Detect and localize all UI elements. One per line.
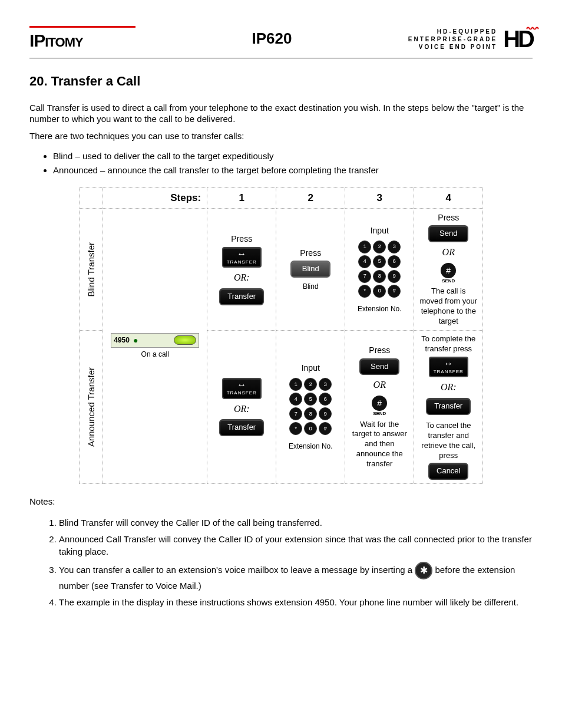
transfer-hard-button: ↔ TRANSFER [222,378,262,398]
key-1: 1 [358,241,371,253]
key-0: 0 [373,285,386,298]
steps-table: Steps: 1 2 3 4 Blind Transfer 4950 ● On … [79,187,484,484]
key-hash: # [319,422,332,435]
key-5: 5 [304,393,317,406]
r1c1: Press ↔ TRANSFER OR: Transfer [207,209,276,331]
notes-label: Notes: [29,496,533,508]
key-7: 7 [358,270,371,283]
hash-send-key: # SEND [372,396,387,417]
r1c4: Press Send OR # SEND The call is moved f… [414,209,483,331]
key-1: 1 [289,378,302,391]
call-dot-icon: ● [133,335,138,345]
hash-icon: # [372,396,387,411]
r2c2: Input 1 2 3 4 5 6 7 8 9 * 0 # Extension … [276,331,345,484]
key-star: * [289,422,302,435]
key-9: 9 [388,270,401,283]
note-3: You can transfer a caller to an extensio… [59,562,533,592]
header-right: HD-EQUIPPED ENTERPRISE-GRADE VOICE END P… [408,24,533,54]
key-6: 6 [319,393,332,406]
transfer-hard-label: TRANSFER [227,390,257,396]
transfer-icon: ↔ [444,359,453,368]
keypad: 1 2 3 4 5 6 7 8 9 * 0 # [289,378,332,435]
key-2: 2 [304,378,317,391]
press-label: Press [369,345,390,355]
bullet-announced: Announced – announce the call transfer t… [53,164,533,176]
transfer-icon: ↔ [237,249,246,259]
blind-button: Blind [290,261,330,278]
bullet-blind: Blind – used to deliver the call to the … [53,150,533,162]
hash-icon: # [441,263,456,278]
transfer-icon: ↔ [237,380,246,390]
r1c3: Input 1 2 3 4 5 6 7 8 9 * 0 # Extension … [345,209,414,331]
hash-send-key: # SEND [441,263,456,284]
key-4: 4 [289,393,302,406]
press-label: Press [300,248,321,258]
or-label: OR [442,246,455,259]
send-button: Send [428,225,468,242]
model-number: IP620 [252,29,292,49]
logo-sub-text: ITOMY [45,35,82,50]
transfer-hard-label: TRANSFER [227,259,257,265]
note-4: The example in the display in these inst… [59,596,533,609]
input-label: Input [371,225,389,236]
hd-logo: HD〰 [503,24,533,54]
key-5: 5 [373,255,386,268]
notes-section: Notes: Blind Transfer will convey the Ca… [29,496,533,608]
on-call-cell: 4950 ● On a call [103,209,207,484]
technique-list: Blind – used to deliver the call to the … [53,150,533,176]
key-4: 4 [358,255,371,268]
transfer-soft-button: Transfer [219,419,264,436]
r2c3-text: Wait for the target to answer and then a… [350,420,409,469]
vert-blind: Blind Transfer [84,238,98,302]
page-title: 20. Transfer a Call [29,73,533,90]
key-7: 7 [289,407,302,420]
press-label: Press [231,233,252,244]
tagline-1: HD-EQUIPPED [408,28,497,35]
hash-sub: SEND [442,278,455,284]
logo-main-text: IP [29,31,45,50]
r2c4: To complete the transfer press ↔ TRANSFE… [414,331,483,484]
keypad: 1 2 3 4 5 6 7 8 9 * 0 # [358,241,401,298]
intro-paragraph-1: Call Transfer is used to direct a call f… [29,102,533,125]
hash-sub: SEND [373,411,386,417]
or-label: OR: [234,403,250,416]
page-header: IPITOMY IP620 HD-EQUIPPED ENTERPRISE-GRA… [29,24,533,58]
r1c4-text: The call is moved from your telephone to… [419,286,478,327]
input-label: Input [302,363,320,373]
call-status-pill [174,335,196,345]
tagline-2: ENTERPRISE-GRADE [408,35,497,43]
key-hash: # [388,285,401,298]
intro-paragraph-2: There are two techniques you can use to … [29,130,533,142]
col-3: 3 [345,188,414,209]
or-label: OR: [234,272,250,284]
vert-announced: Announced Transfer [84,363,98,452]
ext-caption: Extension No. [289,442,333,452]
key-8: 8 [304,407,317,420]
transfer-soft-button: Transfer [426,398,471,415]
or-label: OR [373,379,386,391]
key-9: 9 [319,407,332,420]
row-header-blank [79,188,103,209]
key-star: * [358,285,371,298]
key-2: 2 [373,241,386,253]
note-3a: You can transfer a caller to an extensio… [59,565,415,575]
row-label-blind: Blind Transfer [79,209,103,331]
note-2: Announced Call Transfer will convey the … [59,533,533,559]
star-key-icon: ✱ [415,562,432,579]
col-2: 2 [276,188,345,209]
call-display: 4950 ● [111,333,199,347]
on-call-caption: On a call [108,350,202,360]
logo-ipitomy: IPITOMY [29,26,135,52]
note-1: Blind Transfer will convey the Caller ID… [59,516,533,529]
r2c4-text1: To complete the transfer press [419,334,478,354]
tagline-3: VOICE END POINT [408,43,497,51]
key-6: 6 [388,255,401,268]
col-4: 4 [414,188,483,209]
row-label-announced: Announced Transfer [79,331,103,484]
wifi-icon: 〰 [527,21,538,37]
r2c4-text2: To cancel the transfer and retrieve the … [419,421,478,461]
col-1: 1 [207,188,276,209]
key-8: 8 [373,270,386,283]
ext-caption: Extension No. [358,305,402,314]
press-label: Press [438,212,459,223]
